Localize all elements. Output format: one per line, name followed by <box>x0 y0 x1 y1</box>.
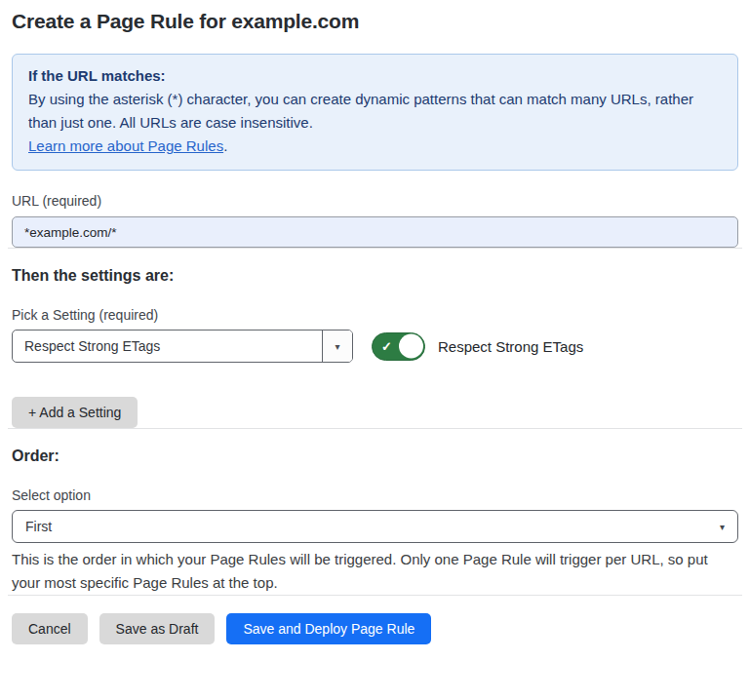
setting-select-value: Respect Strong ETags <box>13 331 322 362</box>
chevron-down-icon[interactable]: ▾ <box>322 331 352 362</box>
settings-heading: Then the settings are: <box>12 267 738 285</box>
order-select-label: Select option <box>12 487 738 503</box>
save-draft-button[interactable]: Save as Draft <box>99 613 216 644</box>
order-select[interactable]: First ▾ <box>12 510 738 543</box>
save-deploy-button[interactable]: Save and Deploy Page Rule <box>226 613 431 644</box>
order-heading: Order: <box>12 447 738 465</box>
setting-toggle[interactable]: ✓ <box>372 332 425 361</box>
url-label: URL (required) <box>12 193 738 209</box>
notice-heading: If the URL matches: <box>28 64 722 88</box>
notice-body: By using the asterisk (*) character, you… <box>28 88 722 135</box>
check-icon: ✓ <box>381 340 392 353</box>
create-page-rule-form: Create a Page Rule for example.com If th… <box>0 0 750 700</box>
order-select-value: First <box>25 519 52 534</box>
add-setting-button[interactable]: + Add a Setting <box>12 397 138 428</box>
page-title: Create a Page Rule for example.com <box>12 0 738 33</box>
notice-link-row: Learn more about Page Rules. <box>28 135 722 158</box>
setting-picker-label: Pick a Setting (required) <box>12 307 738 323</box>
order-help-text: This is the order in which your Page Rul… <box>12 548 738 595</box>
url-match-notice: If the URL matches: By using the asteris… <box>12 54 738 171</box>
learn-more-link[interactable]: Learn more about Page Rules <box>28 137 223 154</box>
divider <box>8 428 742 429</box>
divider <box>8 248 742 249</box>
setting-row: Respect Strong ETags ▾ ✓ Respect Strong … <box>12 330 738 363</box>
notice-link-period: . <box>223 137 227 154</box>
footer-actions: Cancel Save as Draft Save and Deploy Pag… <box>12 613 738 644</box>
cancel-button[interactable]: Cancel <box>12 613 88 644</box>
setting-select[interactable]: Respect Strong ETags ▾ <box>12 330 353 363</box>
divider <box>8 595 742 596</box>
toggle-label: Respect Strong ETags <box>438 338 583 355</box>
url-input[interactable] <box>12 216 738 248</box>
chevron-down-icon: ▾ <box>720 522 725 532</box>
toggle-knob <box>399 334 423 359</box>
